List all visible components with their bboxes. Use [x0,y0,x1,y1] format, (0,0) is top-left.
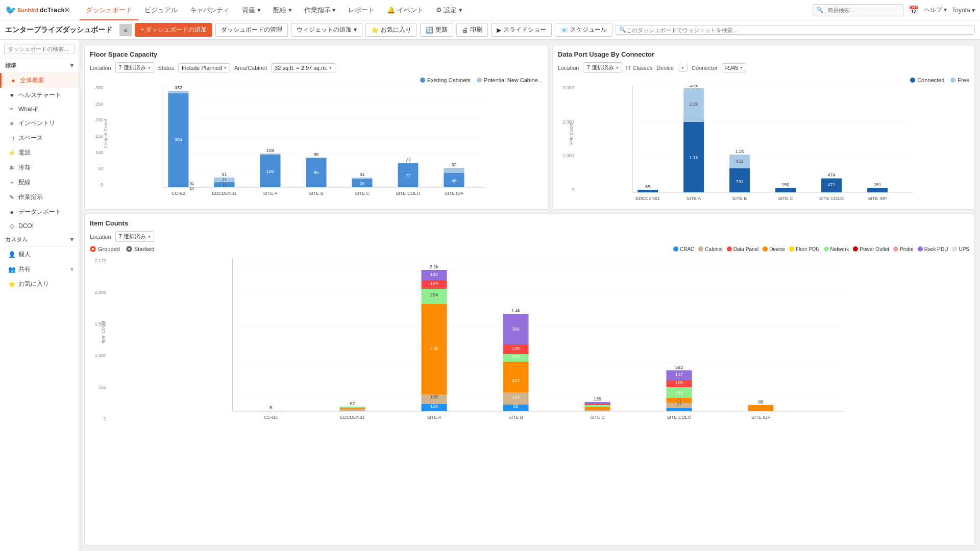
dp-connector-select[interactable]: RJ45 ▾ [722,63,747,72]
sitecolo-ic-rack-val: 137 [675,372,683,377]
sidebar-item-datareport[interactable]: ● データレポート [0,205,79,219]
sitea-dp-top: 3.4k [689,85,698,88]
sidebar-item-health[interactable]: ♥ ヘルスチャート [0,88,79,103]
nav-capacity[interactable]: キャパシティ [184,0,236,20]
logo: 🐦 Sunbird dcTrack® [5,5,69,16]
legend-cabinet: Cabinet [698,246,722,252]
ic-location-label: Location [90,234,111,240]
nav-events[interactable]: 🔔 イベント [381,0,430,20]
sitea-ic-network-val: 224 [430,292,438,297]
sidebar-item-workorders[interactable]: ✎ 作業指示 [0,190,79,205]
nav-reports[interactable]: レポート [342,0,381,20]
dp-y-3000: 3,000 [562,85,574,90]
global-search[interactable] [823,6,900,15]
ic-location-select[interactable]: 7 選択済み ▾ [115,231,154,242]
sidebar-item-wiring[interactable]: ⌁ 配線 [0,175,79,190]
print-button[interactable]: 🖨印刷 [456,23,488,37]
nav-settings[interactable]: ⚙ 設定 ▾ [430,0,469,20]
sidebar-group-custom[interactable]: カスタム ▾ [0,233,79,247]
sidebar-item-dcoi[interactable]: ◇ DCOI [0,219,79,233]
siteb-ic-dp-val: 139 [512,346,520,351]
potential-legend: Potential New Cabine... [477,77,543,83]
y-label-50: 50 [98,166,103,171]
dp-location-select[interactable]: 7 選択済み ▾ [583,62,622,73]
sidebar-collapse-button[interactable]: « [119,24,132,36]
wiring-icon: ⌁ [8,179,15,186]
dp-y-axis-title: Port Count [568,122,573,144]
ic-controls: Grouped Stacked CRAC [90,246,969,255]
shared-icon: 👥 [8,266,15,273]
area-select[interactable]: 32 sq.ft. = 2.97 sq.m. ▾ [271,63,335,72]
siteb-ic-rack-val: 366 [512,327,520,332]
add-widget-button[interactable]: ウィジェットの追加 ▾ [291,23,362,37]
widget-search-input[interactable] [626,27,971,33]
location-select[interactable]: 7 選択済み ▾ [115,62,154,73]
dp-device-select[interactable]: ▾ [678,64,688,72]
schedule-button[interactable]: 📧スケジュール [555,23,612,37]
sitecolo-dp-top: 474 [827,172,835,178]
status-select[interactable]: Include Planned ▾ [178,63,230,72]
crac-dot [673,246,678,252]
nav-assets[interactable]: 資産 ▾ [236,0,267,20]
siteb-ic-cab-val: 174 [512,395,520,400]
sidebar-item-overview[interactable]: ● 全体概要 [0,73,79,88]
edcden01-ic-cabinet [340,409,365,411]
sidebar-search-input[interactable] [4,44,75,54]
slideshow-button[interactable]: ▶スライドショー [491,23,552,37]
ic-svg: 8 CC-B2 67 EDCDEN01 [108,258,969,432]
favorites-button[interactable]: ⭐お気に入り [365,23,417,37]
sitecolo-ic-top: 583 [675,365,683,370]
sidebar-item-personal[interactable]: 👤 個人 [0,247,79,262]
stacked-radio[interactable]: Stacked [126,246,155,252]
ccb2-xlabel: CC-B2 [172,191,185,196]
manage-dashboard-button[interactable]: ダッシュボードの管理 [215,23,288,37]
siteb-ic-crac-val: 95 [513,404,518,409]
floor-space-filters: Location 7 選択済み ▾ Status Include Planned… [90,62,543,73]
user-button[interactable]: Toyota ▾ [952,7,975,14]
logo-sunbird: Sunbird [17,7,39,13]
sidebar-item-power[interactable]: ⚡ 電源 [0,145,79,160]
sitea-val: 106 [266,169,274,174]
nav-work-orders[interactable]: 作業指示 ▾ [298,0,342,20]
siteb-dp-con-val: 791 [736,179,743,184]
sidebar-item-cooling[interactable]: ❄ 冷却 [0,160,79,175]
sitec-dp-xlabel: SITE C [778,196,793,201]
add-dashboard-button[interactable]: + ダッシュボードの追加 [135,23,212,37]
sidebar-item-space[interactable]: □ スペース [0,131,79,145]
dp-svg-container: 85 EDCDEN01 3.4k 2.3k 1.1k SITE A [576,85,969,204]
sidebar-item-inventory[interactable]: ≡ インベントリ [0,116,79,131]
dp-itclasses-label: IT Classes [626,65,653,71]
calendar-icon[interactable]: 📅 [909,5,919,15]
floor-space-svg: 332 304 CC-B2 31 14 31 17 [105,85,543,197]
status-caret: ▾ [224,65,227,70]
ic-y-0: 0 [104,416,106,421]
help-button[interactable]: ヘルプ ▾ [924,6,947,14]
nav-dashboard[interactable]: ダッシュボード [80,0,138,20]
sitec-xlabel: SITE C [355,191,370,196]
sidebar-item-shared[interactable]: 👥 共有 « [0,262,79,277]
item-counts-filters: Location 7 選択済み ▾ [90,231,969,242]
data-port-legend: Connected Free [558,77,969,83]
logo-dctrack: dcTrack® [40,6,70,14]
data-port-filters: Location 7 選択済み ▾ IT Classes Device ▾ Co… [558,62,969,73]
rackpdu-dot [918,246,923,252]
area-label: Area/Cabinet [234,65,267,71]
sidebar-item-favorites[interactable]: ⭐ お気に入り [0,277,79,291]
nav-visual[interactable]: ビジュアル [138,0,184,20]
grouped-radio[interactable]: Grouped [90,246,120,252]
floor-y-axis-title: Cabinet Count [103,119,108,148]
sitea-dp-con-val: 1.1k [689,155,698,160]
sidebar-group-standard[interactable]: 標準 ▾ [0,59,79,73]
sidebar-item-whatif[interactable]: ≈ What-if [0,103,79,116]
dp-connector-caret: ▾ [740,65,743,70]
sitea-ic-dp-val: 125 [430,281,438,286]
update-button[interactable]: 🔄更新 [420,23,453,37]
cooling-icon: ❄ [8,164,15,171]
sitea-ic-top: 2.1k [430,264,439,269]
nav-wiring[interactable]: 配線 ▾ [267,0,298,20]
edcden01-ic-top: 67 [350,401,355,406]
sitecolo-ic-crac [667,408,692,411]
area-caret: ▾ [329,65,332,70]
floor-space-svg-container: 332 304 CC-B2 31 14 31 17 [105,85,543,199]
legend-device: Device [763,246,785,252]
